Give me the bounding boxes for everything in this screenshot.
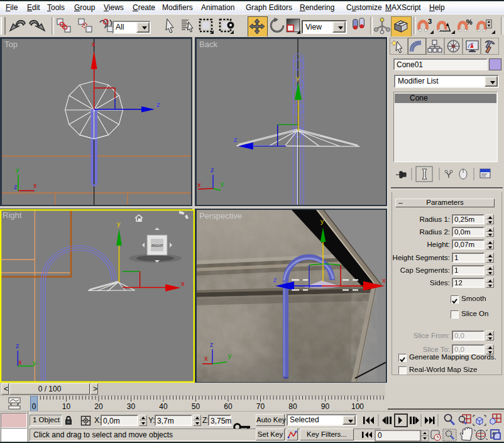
- svg-text:y: y: [117, 220, 121, 227]
- svg-text:y: y: [296, 74, 300, 82]
- svg-text:x: x: [204, 354, 208, 362]
- svg-text:0: 0: [378, 431, 382, 440]
- svg-text:x: x: [382, 276, 386, 284]
- svg-text:20: 20: [94, 402, 103, 411]
- svg-text:z: z: [273, 276, 277, 283]
- svg-text:10: 10: [62, 402, 71, 411]
- svg-text:60: 60: [224, 402, 233, 411]
- svg-text:Top: Top: [4, 40, 18, 49]
- svg-text:40: 40: [159, 402, 168, 411]
- svg-text:x: x: [18, 358, 22, 366]
- svg-text:z: z: [14, 183, 18, 190]
- svg-text:z: z: [210, 341, 214, 348]
- svg-text:x: x: [33, 182, 37, 189]
- svg-text:Back: Back: [199, 40, 217, 49]
- svg-text:RIGHT: RIGHT: [151, 244, 163, 248]
- svg-text:Right: Right: [3, 211, 22, 220]
- svg-text:y: y: [221, 180, 224, 187]
- svg-text:z: z: [156, 101, 160, 108]
- svg-text:z: z: [211, 166, 214, 173]
- svg-text:x: x: [181, 280, 185, 287]
- svg-text:70: 70: [256, 402, 265, 411]
- svg-text:50: 50: [192, 402, 200, 411]
- svg-text:x: x: [197, 181, 201, 189]
- svg-text:80: 80: [288, 402, 297, 411]
- svg-text:z: z: [16, 342, 19, 349]
- svg-text:x: x: [92, 40, 96, 48]
- svg-text:90: 90: [321, 402, 330, 411]
- svg-text:z: z: [234, 136, 238, 143]
- svg-text:y: y: [320, 217, 324, 225]
- svg-text:y: y: [16, 166, 19, 173]
- svg-text:Perspective: Perspective: [199, 211, 242, 221]
- svg-text:30: 30: [127, 402, 136, 411]
- svg-text:0: 0: [32, 402, 36, 411]
- svg-text:100: 100: [351, 402, 364, 411]
- svg-text:y: y: [228, 352, 232, 359]
- svg-text:y: y: [33, 359, 36, 366]
